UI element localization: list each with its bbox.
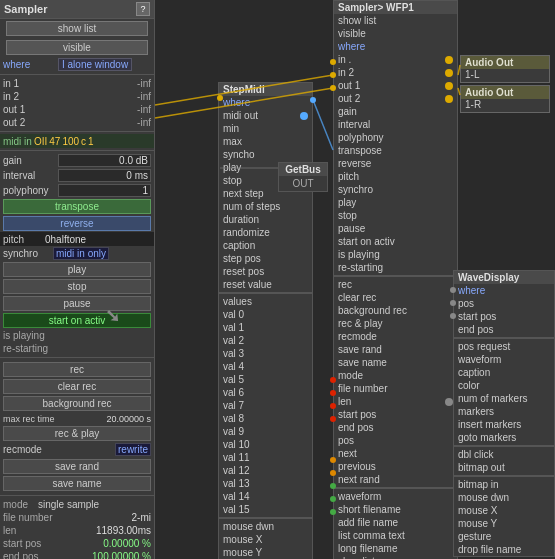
re-starting-status: re-starting (0, 342, 154, 355)
sr-out1: out 1 (334, 79, 457, 92)
midi-in-val1: 100 (62, 136, 79, 147)
stepmidi-val11: val 11 (219, 451, 312, 464)
wd-drop-file: drop file name (454, 543, 554, 556)
save-rand-button[interactable]: save rand (3, 459, 151, 474)
reverse-button[interactable]: reverse (3, 216, 151, 231)
where-row: where I alone window (0, 57, 154, 72)
sr-in2: in 2 (334, 66, 457, 79)
in1-row: in 1 -inf (0, 77, 154, 90)
save-name-button[interactable]: save name (3, 476, 151, 491)
sr-len-dot (445, 398, 453, 406)
clear-rec-button[interactable]: clear rec (3, 379, 151, 394)
file-number-row: file number 2-mi (0, 511, 154, 524)
wd-mouse-y: mouse Y (454, 517, 554, 530)
stepmidi-val14: val 14 (219, 490, 312, 503)
sr-out1-dot (445, 82, 453, 90)
gain-value: 0.0 dB (58, 154, 151, 167)
stepmidi-val7: val 7 (219, 399, 312, 412)
wd-pos-request: pos request (454, 340, 554, 353)
stepmidi-syncho: syncho (219, 148, 312, 161)
transpose-button[interactable]: transpose (3, 199, 151, 214)
sr-start-on-activ: start on activ (334, 235, 457, 248)
rec-button[interactable]: rec (3, 362, 151, 377)
rec-buttons: rec clear rec background rec (0, 360, 154, 413)
sr-long-filename: long filename (334, 542, 457, 555)
pitch-value: 0halftone (43, 234, 88, 245)
synchro-row: synchro midi in only (0, 246, 154, 261)
interval-row: interval 0 ms (0, 168, 154, 183)
mode-label: mode (3, 499, 38, 510)
wd-markers: markers (454, 405, 554, 418)
background-rec-button[interactable]: background rec (3, 396, 151, 411)
save-buttons: save rand save name (0, 457, 154, 493)
stepmidi-reset-pos: reset pos (219, 265, 312, 278)
where-label: where (3, 59, 58, 70)
wd-end-pos: end pos (454, 323, 554, 336)
synchro-value: midi in only (53, 247, 109, 260)
out1-value: -inf (137, 104, 151, 115)
stepmidi-title-text: StepMidi (223, 84, 265, 95)
sr-short-filename: short filename (334, 503, 457, 516)
start-pos-value: 0.00000 % (58, 538, 151, 549)
sr-re-starting: re-starting (334, 261, 457, 274)
wd-mouse-dwn: mouse dwn (454, 491, 554, 504)
visible-button[interactable]: visible (6, 40, 148, 55)
out1-label: out 1 (3, 104, 135, 115)
wd-gesture: gesture (454, 530, 554, 543)
sampler-right-title-text: Sampler> (338, 2, 383, 13)
interval-value: 0 ms (58, 169, 151, 182)
stepmidi-val13: val 13 (219, 477, 312, 490)
sampler-title-text: Sampler (4, 3, 47, 15)
stepmidi-mouse-y: mouse Y (219, 546, 312, 559)
show-list-button[interactable]: show list (6, 21, 148, 36)
sr-file-number: file number (334, 382, 457, 395)
file-number-value: 2-mi (58, 512, 151, 523)
stepmidi-val10: val 10 (219, 438, 312, 451)
stepmidi-min: min (219, 122, 312, 135)
stepmidi-val5: val 5 (219, 373, 312, 386)
sr-rec-play: rec & play (334, 317, 457, 330)
len-row: len 11893.00ms (0, 524, 154, 537)
stop-button[interactable]: stop (3, 279, 151, 294)
stepmidi-title: StepMidi (219, 83, 312, 96)
sr-len: len (334, 395, 457, 408)
sr-start-pos: start pos (334, 408, 457, 421)
pitch-label: pitch (3, 234, 43, 245)
wd-color: color (454, 379, 554, 392)
gain-row: gain 0.0 dB (0, 153, 154, 168)
in1-label: in 1 (3, 78, 135, 89)
stepmidi-val8: val 8 (219, 412, 312, 425)
help-button[interactable]: ? (136, 2, 150, 16)
arrow-indicator: ➘ (105, 305, 120, 327)
stepmidi-val1: val 1 (219, 321, 312, 334)
wd-num-markers: num of markers (454, 392, 554, 405)
stepmidi-val2: val 2 (219, 334, 312, 347)
rec-play-button[interactable]: rec & play (3, 426, 151, 441)
stepmidi-midi-out-label: midi out (223, 110, 300, 121)
out2-label: out 2 (3, 117, 135, 128)
divider-sr (334, 275, 457, 277)
alone-window-button[interactable]: I alone window (58, 58, 132, 71)
wd-divider2 (454, 445, 554, 447)
in2-label: in 2 (3, 91, 135, 102)
sampler-panel: Sampler ? show list visible where I alon… (0, 0, 155, 559)
mode-row: mode single sample (0, 498, 154, 511)
svg-line-4 (313, 100, 333, 150)
wd-divider3 (454, 475, 554, 477)
file-number-label: file number (3, 512, 58, 523)
sr-gain: gain (334, 105, 457, 118)
play-button[interactable]: play (3, 262, 151, 277)
sr-in1: in . (334, 53, 457, 66)
divider2 (219, 517, 312, 519)
stepmidi-max: max (219, 135, 312, 148)
stepmidi-mouse-dwn: mouse dwn (219, 520, 312, 533)
sr-stop: stop (334, 209, 457, 222)
sr-out2-label: out 2 (338, 93, 360, 104)
sampler-right-panel: Sampler> WFP1 show list visible where in… (333, 0, 458, 559)
stepmidi-mouse-x: mouse X (219, 533, 312, 546)
sr-previous: previous (334, 460, 457, 473)
start-activ-button[interactable]: start on activ (3, 313, 151, 328)
visible-row: visible (0, 38, 154, 57)
pause-button[interactable]: pause (3, 296, 151, 311)
sr-interval: interval (334, 118, 457, 131)
